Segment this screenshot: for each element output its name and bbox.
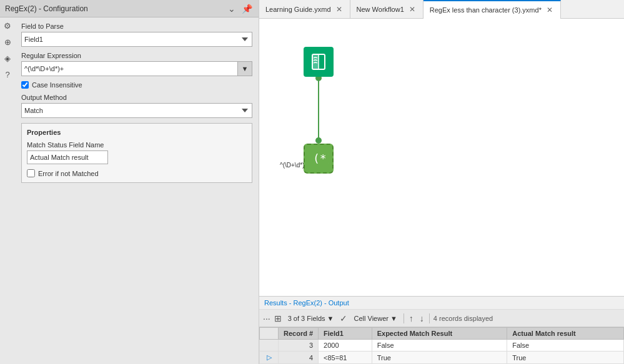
fields-selector-label: 3 of 3 Fields xyxy=(288,315,325,322)
case-insensitive-label: Case Insensitive xyxy=(32,81,82,89)
fields-selector-chevron: ▼ xyxy=(327,315,334,322)
row-num-4: 4 xyxy=(279,352,319,364)
records-count: 4 records displayed xyxy=(433,315,493,322)
results-fields-icon[interactable]: ⊞ xyxy=(274,313,282,323)
th-row-icon xyxy=(260,328,279,340)
panel-collapse-btn[interactable]: ⌄ xyxy=(227,4,237,14)
properties-title: Properties xyxy=(27,129,247,136)
sort-down-btn[interactable]: ↓ xyxy=(418,313,425,323)
results-title: Results - RegEx(2) - Output xyxy=(264,299,349,307)
table-row: ▷ 4 <85=81 True True xyxy=(260,352,624,364)
svg-text:(*): (*) xyxy=(313,152,329,165)
row-icon-1 xyxy=(260,340,279,352)
book-icon xyxy=(309,52,329,72)
left-sidebar-icons: ⚙ ⊕ ◈ ? xyxy=(0,17,15,364)
tab-new-workflow-label: New Workflow1 xyxy=(357,6,404,13)
row-icon-2[interactable]: ▷ xyxy=(260,352,279,364)
match-status-label: Match Status Field Name xyxy=(27,141,247,149)
tab-regex-close[interactable]: ✕ xyxy=(545,6,554,14)
right-panel: Learning Guide.yxmd ✕ New Workflow1 ✕ Re… xyxy=(259,0,624,364)
error-not-matched-label: Error if not Matched xyxy=(38,170,99,177)
panel-title: RegEx(2) - Configuration xyxy=(5,4,88,13)
row-actual-4: True xyxy=(507,352,624,364)
properties-box: Properties Match Status Field Name Error… xyxy=(21,123,252,183)
regex-icon: (*) xyxy=(309,149,329,169)
output-method-group: Output Method Match xyxy=(21,94,252,118)
globe-icon[interactable]: ⊕ xyxy=(2,36,13,47)
th-expected: Expected Match Result xyxy=(372,328,507,340)
svg-point-2 xyxy=(315,137,322,144)
th-field1: Field1 xyxy=(319,328,372,340)
panel-pin-btn[interactable]: 📌 xyxy=(240,4,254,14)
left-form-content: Field to Parse Field1 Regular Expression… xyxy=(15,17,259,364)
tab-regex[interactable]: RegEx less than character (3).yxmd* ✕ xyxy=(423,0,561,19)
error-not-matched-checkbox[interactable] xyxy=(27,169,35,177)
toolbar-separator-1 xyxy=(404,313,404,323)
sort-up-btn[interactable]: ↑ xyxy=(408,313,415,323)
field-to-parse-label: Field to Parse xyxy=(21,22,252,30)
field-to-parse-select[interactable]: Field1 xyxy=(21,32,252,47)
results-table-wrapper: Record # Field1 Expected Match Result Ac… xyxy=(259,327,624,364)
field-to-parse-group: Field to Parse Field1 xyxy=(21,22,252,47)
toolbar-separator-2 xyxy=(429,313,430,323)
panel-header: RegEx(2) - Configuration ⌄ 📌 xyxy=(0,0,259,17)
tag-icon[interactable]: ◈ xyxy=(2,52,13,64)
tab-regex-label: RegEx less than character (3).yxmd* xyxy=(430,6,542,14)
results-dots-menu[interactable]: ··· xyxy=(263,313,270,323)
input-node[interactable] xyxy=(304,47,334,77)
tab-new-workflow-close[interactable]: ✕ xyxy=(408,6,417,13)
gear-icon[interactable]: ⚙ xyxy=(2,20,13,31)
regular-expression-label: Regular Expression xyxy=(21,52,252,59)
th-record-num: Record # xyxy=(279,328,319,340)
viewer-selector-chevron: ▼ xyxy=(390,315,397,322)
question-icon[interactable]: ? xyxy=(2,69,13,80)
canvas-area[interactable]: ^(\D+\d*)+ (*) xyxy=(259,19,624,296)
left-panel: RegEx(2) - Configuration ⌄ 📌 ⚙ ⊕ ◈ ? Fie… xyxy=(0,0,259,364)
case-insensitive-checkbox[interactable] xyxy=(21,81,29,89)
results-toolbar: ··· ⊞ 3 of 3 Fields ▼ ✓ Cell Viewer ▼ ↑ … xyxy=(259,310,624,327)
output-method-select[interactable]: Match xyxy=(21,103,252,118)
table-row: 3 2000 False False xyxy=(260,340,624,352)
match-status-field-group: Match Status Field Name xyxy=(27,141,247,164)
output-method-label: Output Method xyxy=(21,94,252,101)
row-actual-3: False xyxy=(507,340,624,352)
regex-node[interactable]: (*) xyxy=(304,144,334,174)
regex-node-icon: (*) xyxy=(304,144,334,174)
results-table: Record # Field1 Expected Match Result Ac… xyxy=(259,327,624,364)
svg-rect-4 xyxy=(312,54,319,69)
tab-learning-guide-label: Learning Guide.yxmd xyxy=(265,6,331,13)
viewer-selector-btn[interactable]: Cell Viewer ▼ xyxy=(351,313,399,323)
row-field1-4: <85=81 xyxy=(319,352,372,364)
regex-dropdown-btn[interactable]: ▼ xyxy=(237,61,252,76)
case-insensitive-row: Case Insensitive xyxy=(21,81,252,89)
th-actual: Actual Match result xyxy=(507,328,624,340)
tab-learning-guide[interactable]: Learning Guide.yxmd ✕ xyxy=(259,0,350,19)
tab-new-workflow[interactable]: New Workflow1 ✕ xyxy=(350,0,423,19)
regex-input-wrapper: ▼ xyxy=(21,61,252,76)
results-header: Results - RegEx(2) - Output xyxy=(259,297,624,310)
checkmark-icon: ✓ xyxy=(340,313,347,323)
regex-input[interactable] xyxy=(21,61,237,76)
fields-selector-btn[interactable]: 3 of 3 Fields ▼ xyxy=(285,313,337,323)
row-expected-3: False xyxy=(372,340,507,352)
tab-learning-guide-close[interactable]: ✕ xyxy=(335,6,344,13)
row-num-3: 3 xyxy=(279,340,319,352)
row-expected-4: True xyxy=(372,352,507,364)
left-content-wrapper: ⚙ ⊕ ◈ ? Field to Parse Field1 Regular Ex… xyxy=(0,17,259,364)
row-field1-3: 2000 xyxy=(319,340,372,352)
regular-expression-group: Regular Expression ▼ xyxy=(21,52,252,76)
results-panel: Results - RegEx(2) - Output ··· ⊞ 3 of 3… xyxy=(259,296,624,364)
error-if-not-matched-row: Error if not Matched xyxy=(27,169,247,177)
panel-header-actions: ⌄ 📌 xyxy=(227,4,254,14)
match-status-input[interactable] xyxy=(27,150,108,164)
input-node-icon xyxy=(304,47,334,77)
tabs-bar: Learning Guide.yxmd ✕ New Workflow1 ✕ Re… xyxy=(259,0,624,19)
viewer-selector-label: Cell Viewer xyxy=(354,315,388,322)
